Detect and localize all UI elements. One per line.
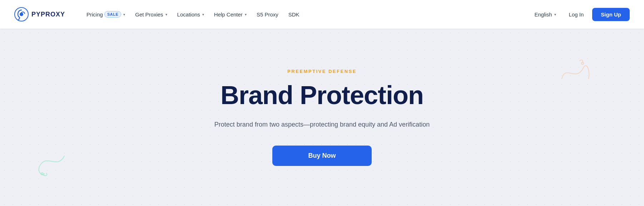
hero-title: Brand Protection: [214, 81, 430, 109]
hero-subtitle: Protect brand from two aspects—protectin…: [214, 119, 430, 130]
svg-point-2: [581, 62, 584, 64]
nav-links: Pricing SALE ▾ Get Proxies ▾ Locations ▾…: [82, 8, 530, 20]
sale-badge: SALE: [104, 11, 121, 18]
language-label: English: [534, 11, 552, 18]
nav-item-get-proxies[interactable]: Get Proxies ▾: [131, 9, 171, 20]
language-selector[interactable]: English ▾: [530, 9, 560, 20]
nav-right: English ▾ Log In Sign Up: [530, 8, 630, 21]
locations-label: Locations: [177, 11, 200, 18]
s5-proxy-label: S5 Proxy: [257, 11, 278, 18]
hero-eyebrow: PREEMPTIVE DEFENSE: [214, 69, 430, 74]
squiggle-right-decoration: [558, 57, 594, 86]
logo-text: PYPROXY: [31, 11, 65, 18]
logo-icon: [14, 7, 29, 21]
squiggle-left-decoration: [36, 149, 71, 177]
sdk-label: SDK: [288, 11, 299, 18]
hero-content: PREEMPTIVE DEFENSE Brand Protection Prot…: [214, 69, 430, 166]
pricing-chevron-icon: ▾: [123, 13, 125, 16]
language-chevron-icon: ▾: [554, 13, 556, 16]
buy-now-button[interactable]: Buy Now: [272, 146, 371, 166]
svg-point-3: [41, 173, 43, 175]
help-center-chevron-icon: ▾: [245, 13, 247, 16]
signup-button[interactable]: Sign Up: [592, 8, 630, 21]
nav-item-pricing[interactable]: Pricing SALE ▾: [82, 8, 129, 20]
nav-item-sdk[interactable]: SDK: [284, 9, 304, 20]
logo[interactable]: PYPROXY: [14, 7, 65, 21]
get-proxies-label: Get Proxies: [135, 11, 163, 18]
pricing-label: Pricing: [86, 11, 103, 18]
hero-section: PREEMPTIVE DEFENSE Brand Protection Prot…: [0, 29, 644, 206]
nav-item-locations[interactable]: Locations ▾: [173, 9, 208, 20]
locations-chevron-icon: ▾: [202, 13, 204, 16]
help-center-label: Help Center: [214, 11, 243, 18]
nav-item-s5-proxy[interactable]: S5 Proxy: [252, 9, 283, 20]
svg-point-1: [20, 13, 23, 16]
nav-item-help-center[interactable]: Help Center ▾: [210, 9, 251, 20]
get-proxies-chevron-icon: ▾: [165, 13, 167, 16]
login-button[interactable]: Log In: [563, 9, 590, 20]
navbar: PYPROXY Pricing SALE ▾ Get Proxies ▾ Loc…: [0, 0, 644, 29]
